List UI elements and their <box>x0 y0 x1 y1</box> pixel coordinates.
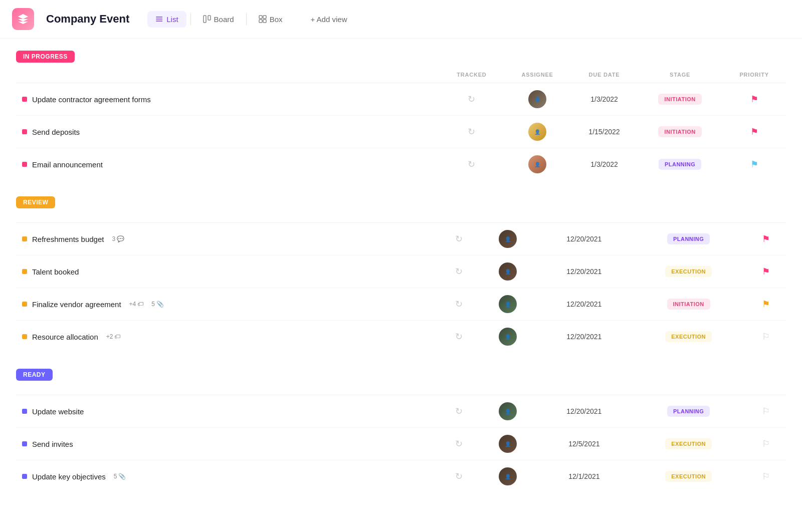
table-row: Email announcement ↻ 👤 1/3/2022 PLANNING <box>16 148 786 181</box>
tab-board[interactable]: Board <box>195 11 242 28</box>
col-task-r <box>16 212 440 223</box>
task-name[interactable]: Update contractor agreement forms <box>32 95 151 104</box>
assignee-cell: 👤 <box>478 395 538 428</box>
col-priority: PRIORITY <box>722 67 786 83</box>
col-stage-rd <box>631 385 746 395</box>
priority-cell: ⚐ <box>746 428 786 460</box>
section-label-in-progress: IN PROGRESS <box>16 51 75 63</box>
stage-cell: EXECUTION <box>631 255 746 288</box>
svg-point-5 <box>156 21 157 22</box>
comment-icon: 💬 <box>117 235 124 242</box>
col-assignee: ASSIGNEE <box>504 67 571 83</box>
due-date-cell: 1/3/2022 <box>571 83 638 116</box>
table-row: Update website ↻ 👤 12/20/2021 PLANNING <box>16 395 786 428</box>
refresh-icon[interactable]: ↻ <box>455 406 463 416</box>
tracked-cell: ↻ <box>440 223 478 255</box>
add-view-button[interactable]: + Add view <box>303 11 355 28</box>
task-name[interactable]: Send invites <box>32 440 73 448</box>
table-row: Send deposits ↻ 👤 1/15/2022 INITIATION <box>16 116 786 148</box>
task-table-review: Refreshments budget 3 💬 ↻ 👤 12/20/2021 P… <box>16 212 786 353</box>
task-badge: 3 💬 <box>112 235 124 242</box>
app-header: Company Event List Board Box <box>0 0 802 39</box>
stage-badge: PLANNING <box>667 406 710 417</box>
refresh-icon[interactable]: ↻ <box>455 439 463 449</box>
refresh-icon[interactable]: ↻ <box>468 159 475 169</box>
avatar: 👤 <box>499 230 517 248</box>
attach-icon: 📎 <box>118 473 126 480</box>
priority-cell: ⚑ <box>722 116 786 148</box>
tab-box[interactable]: Box <box>251 11 291 28</box>
avatar: 👤 <box>499 262 517 281</box>
task-name[interactable]: Refreshments budget <box>32 235 104 243</box>
tracked-cell: ↻ <box>440 288 478 321</box>
section-ready: READY Update website <box>16 369 786 492</box>
stage-badge: PLANNING <box>659 159 701 170</box>
task-badge: +4 🏷 <box>129 301 144 308</box>
tab-list[interactable]: List <box>147 11 186 28</box>
stage-cell: PLANNING <box>631 223 746 255</box>
task-name[interactable]: Update website <box>32 407 84 416</box>
board-icon <box>203 15 211 23</box>
table-row: Finalize vendor agreement +4 🏷5 📎 ↻ 👤 12… <box>16 288 786 321</box>
task-dot <box>22 269 27 274</box>
priority-cell: ⚐ <box>746 460 786 493</box>
tracked-cell: ↻ <box>440 148 504 181</box>
tracked-cell: ↻ <box>440 321 478 353</box>
task-badge: 5 📎 <box>114 473 126 480</box>
task-name-cell: Finalize vendor agreement +4 🏷5 📎 <box>16 288 440 321</box>
section-label-ready: READY <box>16 369 53 381</box>
flag-blue-icon: ⚑ <box>750 159 758 169</box>
due-date-cell: 1/3/2022 <box>571 148 638 181</box>
task-name-cell: Resource allocation +2 🏷 <box>16 321 440 353</box>
task-name-cell: Update key objectives 5 📎 <box>16 460 440 493</box>
task-name-cell: Update contractor agreement forms <box>16 83 440 116</box>
main-content: IN PROGRESS TRACKED ASSIGNEE DUE DATE ST… <box>0 39 802 520</box>
col-due-date-rd <box>537 385 631 395</box>
col-tracked: TRACKED <box>440 67 504 83</box>
task-dot <box>22 409 27 414</box>
flag-yellow-icon: ⚑ <box>762 299 770 309</box>
col-assignee-r <box>478 212 538 223</box>
stage-badge: EXECUTION <box>665 438 712 449</box>
refresh-icon[interactable]: ↻ <box>468 94 475 104</box>
cube-icon <box>17 13 29 25</box>
tab-board-label: Board <box>214 15 234 24</box>
refresh-icon[interactable]: ↻ <box>455 299 463 309</box>
col-tracked-r <box>440 212 478 223</box>
flag-red-icon: ⚑ <box>762 234 770 244</box>
task-name[interactable]: Send deposits <box>32 128 80 136</box>
stage-cell: PLANNING <box>638 148 722 181</box>
task-dot <box>22 474 27 479</box>
task-name-cell: Send deposits <box>16 116 440 148</box>
stage-badge: EXECUTION <box>665 331 712 342</box>
task-name[interactable]: Talent booked <box>32 268 79 276</box>
refresh-icon[interactable]: ↻ <box>455 267 463 277</box>
task-table-in-progress: TRACKED ASSIGNEE DUE DATE STAGE PRIORITY… <box>16 67 786 180</box>
stage-cell: EXECUTION <box>631 460 746 493</box>
assignee-cell: 👤 <box>478 460 538 493</box>
refresh-icon[interactable]: ↻ <box>455 332 463 342</box>
priority-cell: ⚐ <box>746 321 786 353</box>
priority-cell: ⚑ <box>722 148 786 181</box>
assignee-cell: 👤 <box>478 223 538 255</box>
avatar: 👤 <box>499 295 517 313</box>
refresh-icon[interactable]: ↻ <box>455 471 463 481</box>
assignee-cell: 👤 <box>504 148 571 181</box>
task-name-cell: Email announcement <box>16 148 440 181</box>
task-name[interactable]: Email announcement <box>32 160 103 169</box>
refresh-icon[interactable]: ↻ <box>455 234 463 244</box>
task-name[interactable]: Update key objectives <box>32 472 106 481</box>
tab-divider-1 <box>190 13 191 25</box>
view-tabs: List Board Box <box>147 11 290 28</box>
refresh-icon[interactable]: ↻ <box>468 127 475 137</box>
col-tracked-rd <box>440 385 478 395</box>
tag-icon: 🏷 <box>137 301 143 308</box>
task-name[interactable]: Finalize vendor agreement <box>32 300 121 309</box>
table-row: Update contractor agreement forms ↻ 👤 1/… <box>16 83 786 116</box>
stage-cell: EXECUTION <box>631 321 746 353</box>
flag-gray-icon: ⚐ <box>762 471 770 481</box>
task-name-cell: Send invites <box>16 428 440 460</box>
task-name[interactable]: Resource allocation <box>32 333 98 341</box>
add-view-label: + Add view <box>311 15 347 24</box>
assignee-cell: 👤 <box>504 83 571 116</box>
